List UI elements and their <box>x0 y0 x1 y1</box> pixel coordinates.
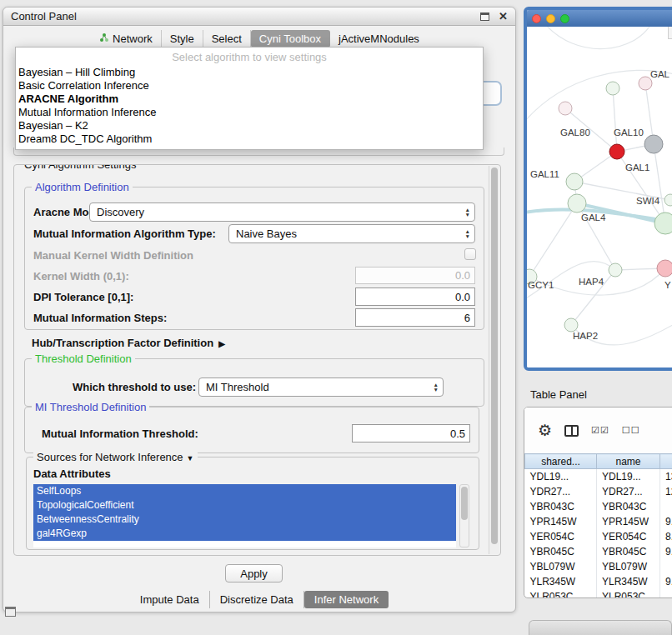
attribute-item-selfloops[interactable]: SelfLoops <box>33 484 456 498</box>
node-label-gcy1: GCY1 <box>528 280 554 290</box>
network-node-g4[interactable] <box>568 194 586 212</box>
apply-button[interactable]: Apply <box>225 564 283 582</box>
gear-icon[interactable]: ⚙ <box>538 422 552 438</box>
data-attributes-label: Data Attributes <box>33 468 111 480</box>
tab-style[interactable]: Style <box>162 30 203 48</box>
close-icon[interactable]: ✕ <box>499 11 508 22</box>
bottom-tab-infer-network[interactable]: Infer Network <box>304 591 389 608</box>
close-button[interactable] <box>532 14 541 23</box>
hub-section-toggle[interactable]: Hub/Transcription Factor Definition▶ <box>32 337 225 349</box>
table-cell <box>660 589 672 599</box>
settings-group-title: Cyni Algorithm Settings <box>21 164 139 171</box>
mi-steps-input[interactable] <box>355 308 475 327</box>
table-cell: YDL19... <box>597 469 660 484</box>
network-canvas[interactable]: GALGAL80GAL10GAL11GAL1SWI4GAL4GCY1HAP4HA… <box>527 27 672 368</box>
minimize-button[interactable] <box>546 14 555 23</box>
tab-cyni-toolbox[interactable]: Cyni Toolbox <box>251 30 330 48</box>
algorithm-option-aracne-algorithm[interactable]: ARACNE Algorithm <box>16 92 483 106</box>
table-cell: YLR345W <box>597 574 660 589</box>
control-panel-window: Control Panel ✕ NetworkStyleSelectCyni T… <box>3 7 516 612</box>
sources-group-title: Sources for Network Inference <box>37 451 183 463</box>
kernel-width-input[interactable] <box>355 267 475 284</box>
algorithm-option-bayesian-k2[interactable]: Bayesian – K2 <box>16 119 483 132</box>
table-row[interactable]: YBR045CYBR045C9. <box>525 544 672 559</box>
algorithm-option-mutual-information-inference[interactable]: Mutual Information Inference <box>16 106 483 119</box>
algorithm-dropdown-list: Bayesian – Hill ClimbingBasic Correlatio… <box>16 66 483 146</box>
table-columns-icon[interactable] <box>564 425 579 437</box>
table-row[interactable]: YBL079WYBL079W <box>525 559 672 574</box>
network-edge[interactable] <box>613 88 617 152</box>
tab-label: Style <box>170 32 194 45</box>
scrollbar-thumb[interactable] <box>491 168 498 544</box>
mi-threshold-input[interactable] <box>352 424 470 442</box>
attribute-item-topologicalcoefficient[interactable]: TopologicalCoefficient <box>33 498 456 512</box>
table-cell: YDL19... <box>525 469 597 484</box>
network-node-n3[interactable] <box>559 102 572 115</box>
settings-scrollbar[interactable] <box>489 166 499 554</box>
network-edge[interactable] <box>529 203 577 277</box>
table-row[interactable]: YBR043CYBR043C <box>525 499 672 514</box>
table-cell: 12 <box>660 484 672 499</box>
network-node-lowg[interactable] <box>564 318 578 332</box>
table-row[interactable]: YLR345WYLR345W9. <box>525 574 672 589</box>
table-row[interactable]: YLR053CYLR053C <box>525 589 672 599</box>
algorithm-option-dream8-dc-tdc-algorithm[interactable]: Dream8 DC_TDC Algorithm <box>16 132 483 146</box>
network-node-gray[interactable] <box>644 135 663 153</box>
table-row[interactable]: YDR27...YDR27...12 <box>525 484 672 499</box>
mi-threshold-definition-group: MI Threshold Definition Mutual Informati… <box>24 407 479 453</box>
column-header-name[interactable]: name <box>597 454 660 469</box>
tab-label: Network <box>113 32 153 45</box>
network-window-titlebar <box>527 10 672 27</box>
network-node-g11[interactable] <box>566 173 583 190</box>
zoom-button[interactable] <box>560 14 569 23</box>
minimized-panel-icon[interactable] <box>5 607 16 617</box>
node-table: shared...name YDL19...YDL19...13YDR27...… <box>524 453 672 598</box>
network-node-bigg[interactable] <box>654 212 672 234</box>
table-cell: YPR145W <box>597 514 660 529</box>
network-node-swi[interactable] <box>664 194 672 206</box>
manual-kernel-width-checkbox[interactable] <box>464 248 476 260</box>
network-edge[interactable] <box>654 144 665 223</box>
dpi-tolerance-label: DPI Tolerance [0,1]: <box>33 291 133 303</box>
table-cell: YBR045C <box>597 544 660 559</box>
mi-steps-label: Mutual Information Steps: <box>33 312 167 324</box>
attribute-item-gal4rgexp[interactable]: gal4RGexp <box>33 527 456 541</box>
network-node-pinkr[interactable] <box>657 260 672 277</box>
hub-section-label: Hub/Transcription Factor Definition <box>32 337 213 349</box>
bottom-tab-discretize-data[interactable]: Discretize Data <box>210 591 304 608</box>
table-row[interactable]: YPR145WYPR145W9. <box>525 514 672 529</box>
algorithm-dropdown: Select algorithm to view settings Bayesi… <box>15 47 484 150</box>
network-node-midg[interactable] <box>609 263 622 277</box>
algorithm-option-basic-correlation-inference[interactable]: Basic Correlation Inference <box>16 79 483 92</box>
table-row[interactable]: YDL19...YDL19...13 <box>525 469 672 484</box>
control-panel-bottom-tabs: Impute DataDiscretize DataInfer Network <box>3 591 515 608</box>
selected-rows-icon[interactable]: ☑☑ <box>591 425 609 436</box>
table-cell: YER054C <box>597 529 660 544</box>
tab-jactivemnodules[interactable]: jActiveMNodules <box>330 30 428 48</box>
dpi-tolerance-input[interactable] <box>355 288 475 306</box>
tab-network[interactable]: Network <box>91 30 162 48</box>
unselected-rows-icon[interactable]: ☐☐ <box>622 425 640 436</box>
float-window-icon[interactable] <box>480 12 489 21</box>
tab-select[interactable]: Select <box>203 30 251 48</box>
scrollbar-thumb[interactable] <box>461 487 468 520</box>
network-view-window: GALGAL80GAL10GAL11GAL1SWI4GAL4GCY1HAP4HA… <box>524 7 672 371</box>
attribute-item-betweennesscentrality[interactable]: BetweennessCentrality <box>33 512 456 527</box>
table-cell: YBR043C <box>525 499 597 514</box>
network-node-n2[interactable] <box>606 82 619 95</box>
attributes-scrollbar[interactable] <box>459 484 469 548</box>
column-header-shared[interactable]: shared... <box>525 454 597 469</box>
mi-algorithm-type-select[interactable]: Naive Bayes ▲▼ <box>228 224 475 243</box>
column-header-extra[interactable] <box>660 454 672 469</box>
sources-group-toggle[interactable]: Sources for Network Inference▼ <box>33 451 198 463</box>
scroll-up-icon[interactable]: ▴ <box>668 27 672 39</box>
network-node-red[interactable] <box>609 144 624 159</box>
aracne-mode-select[interactable]: Discovery ▲▼ <box>89 202 475 222</box>
algorithm-option-bayesian-hill-climbing[interactable]: Bayesian – Hill Climbing <box>16 66 483 79</box>
table-cell: YLR345W <box>525 574 597 589</box>
table-row[interactable]: YER054CYER054C8. <box>525 529 672 544</box>
bottom-tab-impute-data[interactable]: Impute Data <box>130 591 210 608</box>
table-panel-label: Table Panel <box>530 388 587 401</box>
which-threshold-select[interactable]: MI Threshold ▲▼ <box>198 378 444 397</box>
combo-arrows-icon: ▲▼ <box>465 229 470 239</box>
